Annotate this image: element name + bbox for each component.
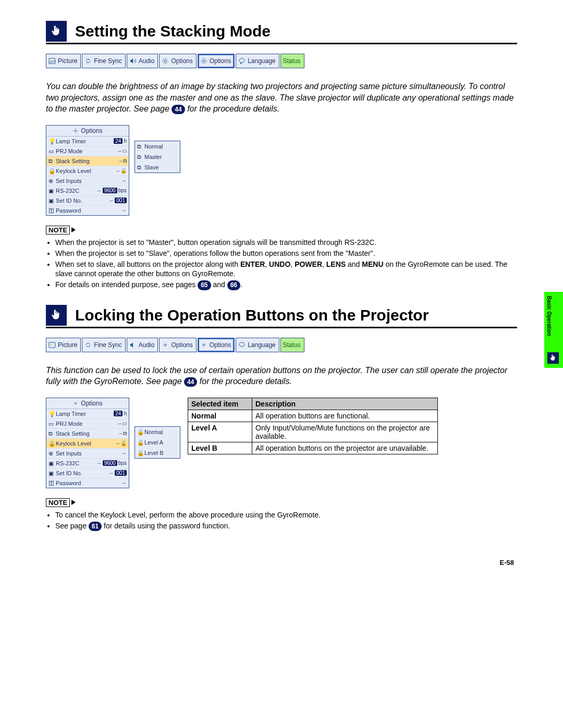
osd-sub-level-a[interactable]: 🔒Level A — [135, 437, 180, 448]
stack-icon: ⧉ — [137, 164, 143, 170]
osd-prj-mode[interactable]: ▭PRJ Mode→▭ — [46, 146, 129, 156]
page-number: E-58 — [500, 559, 514, 566]
osd-set-id[interactable]: ▣Set ID No.→001 — [46, 196, 129, 206]
table-header-item: Selected item — [188, 398, 252, 410]
osd-screenshot-2: Options 💡Lamp Timer24h ▭PRJ Mode→▭ ⧉Stac… — [46, 398, 180, 488]
key-icon: ⚿ — [48, 207, 55, 214]
language-icon — [238, 341, 246, 349]
osd-lamp-timer[interactable]: 💡Lamp Timer24h — [46, 137, 129, 146]
osd-options-title: Options — [46, 126, 129, 137]
inputs-icon: ⊕ — [48, 178, 55, 184]
osd-rs232c[interactable]: ▣RS-232C→9600bps — [46, 186, 129, 196]
note-label-2: NOTE — [46, 498, 70, 507]
table-row: Level B All operation buttons on the pro… — [188, 442, 438, 454]
menu-finesync[interactable]: Fine Sync — [82, 338, 125, 352]
port-icon: ▣ — [48, 188, 55, 194]
osd-sub-normal[interactable]: 🔒Normal — [135, 427, 180, 437]
note-1-3: When set to slave, all buttons on the pr… — [55, 260, 517, 279]
osd-sub-master[interactable]: ⧉Master — [135, 152, 180, 162]
menu-audio[interactable]: Audio — [127, 338, 158, 352]
osd-password[interactable]: ⚿Password→ — [46, 478, 129, 488]
svg-point-8 — [164, 344, 166, 346]
svg-point-7 — [51, 343, 52, 344]
section-2-heading: Locking the Operation Buttons on the Pro… — [46, 305, 517, 328]
lamp-icon: 💡 — [48, 138, 55, 144]
page-ref-66: 66 — [227, 280, 240, 290]
section-1-intro: You can double the brightness of an imag… — [46, 81, 517, 115]
menu-language-label: Language — [248, 57, 275, 65]
projector-icon: ▭ — [48, 148, 55, 154]
osd-keylock-level[interactable]: 🔒Keylock Level→🔒 — [46, 439, 129, 449]
menu-status-label: Status — [283, 57, 301, 65]
note-1-4: For details on intended purpose, see pag… — [55, 280, 517, 290]
note-1-1: When the projector is set to "Master", b… — [55, 238, 517, 248]
menu-finesync[interactable]: Fine Sync — [82, 54, 125, 68]
note-2-2: See page 61 for details using the passwo… — [55, 521, 517, 531]
osd-prj-mode[interactable]: ▭PRJ Mode→▭ — [46, 419, 129, 429]
table-header-desc: Description — [252, 398, 438, 410]
menu-options-1[interactable]: Options — [159, 338, 196, 352]
osd-set-inputs[interactable]: ⊕Set Inputs→ — [46, 176, 129, 186]
menu-language[interactable]: Language — [236, 338, 279, 352]
menu-picture[interactable]: Picture — [46, 338, 81, 352]
osd-keylock-submenu: 🔒Normal 🔒Level A 🔒Level B — [134, 426, 180, 459]
svg-point-9 — [203, 344, 205, 346]
options-icon — [200, 57, 207, 65]
stack-icon: ⧉ — [48, 430, 55, 437]
menu-bar-2: Picture Fine Sync Audio Options Options … — [46, 338, 517, 352]
page-ref-44: 44 — [172, 105, 185, 114]
projector-icon: ▭ — [48, 421, 55, 427]
hand-pointer-icon — [547, 352, 559, 364]
menu-options-1[interactable]: Options — [159, 54, 196, 68]
notes-1: When the projector is set to "Master", b… — [46, 238, 517, 290]
osd-set-id[interactable]: ▣Set ID No.→001 — [46, 468, 129, 478]
options-icon — [162, 341, 169, 349]
note-label-1: NOTE — [46, 226, 70, 235]
svg-rect-6 — [49, 342, 55, 348]
menu-status[interactable]: Status — [280, 338, 304, 352]
osd-lamp-timer[interactable]: 💡Lamp Timer24h — [46, 409, 129, 419]
notes-2: To cancel the Keylock Level, perform the… — [46, 510, 517, 531]
svg-point-3 — [203, 60, 205, 62]
picture-icon — [48, 57, 56, 65]
menu-language[interactable]: Language — [236, 54, 279, 68]
stack-icon: ⧉ — [137, 143, 143, 150]
id-icon: ▣ — [48, 470, 55, 476]
osd-stack-setting[interactable]: ⧉Stack Setting→⧉ — [46, 429, 129, 439]
menu-status[interactable]: Status — [280, 54, 304, 68]
osd-set-inputs[interactable]: ⊕Set Inputs→ — [46, 449, 129, 459]
osd-rs232c[interactable]: ▣RS-232C→9600bps — [46, 459, 129, 468]
menu-bar-1: Picture Fine Sync Audio Options Options … — [46, 54, 517, 68]
lock-icon: 🔒 — [48, 168, 55, 174]
osd-password[interactable]: ⚿Password→ — [46, 206, 129, 215]
lock-icon: 🔒 — [137, 439, 143, 446]
page-ref-61: 61 — [89, 522, 102, 531]
speaker-icon — [129, 341, 137, 349]
lock-icon: 🔒 — [137, 450, 143, 456]
osd-options-title-2: Options — [46, 398, 129, 409]
options-icon — [200, 341, 207, 349]
menu-options2-label: Options — [210, 57, 231, 65]
osd-stack-setting[interactable]: ⧉Stack Setting→⧉ — [46, 156, 129, 166]
hand-pointer-icon — [46, 305, 67, 326]
osd-keylock-level[interactable]: 🔒Keylock Level→🔒 — [46, 166, 129, 176]
menu-picture[interactable]: Picture — [46, 54, 81, 68]
menu-options1-label: Options — [171, 57, 192, 65]
svg-point-11 — [75, 402, 77, 404]
osd-sub-slave[interactable]: ⧉Slave — [135, 162, 180, 172]
language-icon — [238, 57, 246, 65]
page-ref-44b: 44 — [184, 377, 197, 387]
menu-audio[interactable]: Audio — [127, 54, 158, 68]
osd-sub-normal[interactable]: ⧉Normal — [135, 141, 180, 152]
speaker-icon — [129, 57, 137, 65]
section-2-title: Locking the Operation Buttons on the Pro… — [75, 306, 429, 324]
osd-options-window-2: Options 💡Lamp Timer24h ▭PRJ Mode→▭ ⧉Stac… — [46, 398, 129, 488]
hand-pointer-icon — [46, 21, 67, 42]
osd-sub-level-b[interactable]: 🔒Level B — [135, 448, 180, 458]
menu-picture-label: Picture — [58, 57, 77, 65]
menu-options-2-selected[interactable]: Options — [198, 54, 235, 68]
table-row: Normal All operation buttons are functio… — [188, 410, 438, 422]
stack-icon: ⧉ — [48, 158, 55, 164]
menu-options-2-selected[interactable]: Options — [198, 338, 235, 352]
options-icon — [162, 57, 169, 65]
